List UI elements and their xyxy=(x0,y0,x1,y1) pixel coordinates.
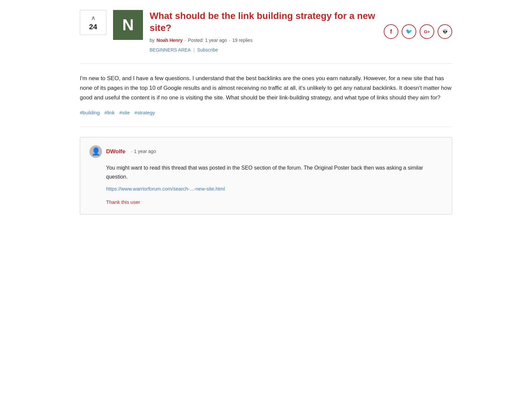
commenter-avatar-icon: 👤 xyxy=(91,146,100,157)
comment-section: 👤 DWolfe · 1 year ago You might want to … xyxy=(80,137,452,214)
author-link[interactable]: Noah Henry xyxy=(157,37,183,44)
twitter-icon[interactable]: 🐦 xyxy=(402,24,416,39)
social-icons: f 🐦 G+ 👽 xyxy=(384,24,452,39)
replies-count: 19 replies xyxy=(232,37,253,44)
post-title-area: What should be the link building strateg… xyxy=(150,10,377,54)
comment-header: 👤 DWolfe · 1 year ago xyxy=(89,145,443,158)
tag-site[interactable]: #site xyxy=(119,109,130,117)
reddit-icon-label: 👽 xyxy=(442,28,448,35)
author-avatar: N xyxy=(113,10,143,40)
post-title: What should be the link building strateg… xyxy=(150,10,377,34)
tags-area: #building#link#site#strategy xyxy=(80,109,452,117)
header-divider xyxy=(80,64,452,64)
comment-box: 👤 DWolfe · 1 year ago You might want to … xyxy=(80,137,452,214)
post-meta: by Noah Henry · Posted: 1 year ago · 19 … xyxy=(150,37,377,44)
comment-link[interactable]: https://www.warriorforum.com/search-...-… xyxy=(89,185,443,193)
subscribe-link[interactable]: Subscribe xyxy=(197,47,218,54)
googleplus-icon[interactable]: G+ xyxy=(420,24,434,39)
upvote-button[interactable]: ∧ xyxy=(91,14,95,23)
dot-separator-2: · xyxy=(229,37,230,44)
by-label: by xyxy=(150,37,155,44)
post-header: ∧ 24 N What should be the link building … xyxy=(80,10,452,54)
reddit-icon[interactable]: 👽 xyxy=(438,24,452,39)
vote-count: 24 xyxy=(89,23,97,31)
body-divider xyxy=(80,127,452,127)
tag-building[interactable]: #building xyxy=(80,109,100,117)
post-meta-links: BEGINNERS AREA | Subscribe xyxy=(150,47,377,54)
category-link[interactable]: BEGINNERS AREA xyxy=(150,47,191,54)
commenter-name[interactable]: DWolfe xyxy=(106,147,125,156)
pipe-separator: | xyxy=(194,47,195,54)
commenter-avatar: 👤 xyxy=(89,145,102,158)
facebook-icon[interactable]: f xyxy=(384,24,398,39)
thank-user-button[interactable]: Thank this user xyxy=(89,199,140,205)
post-body: I'm new to SEO, and I have a few questio… xyxy=(80,74,452,103)
comment-body: You might want to read this thread that … xyxy=(89,163,443,181)
comment-timestamp: · 1 year ago xyxy=(131,148,156,155)
facebook-icon-label: f xyxy=(390,27,392,36)
dot-separator-1: · xyxy=(185,37,186,44)
vote-box: ∧ 24 xyxy=(80,10,106,35)
twitter-icon-label: 🐦 xyxy=(406,28,412,36)
page-container: ∧ 24 N What should be the link building … xyxy=(66,0,466,224)
tag-link[interactable]: #link xyxy=(104,109,115,117)
posted-time: Posted: 1 year ago xyxy=(188,37,227,44)
googleplus-icon-label: G+ xyxy=(424,29,430,35)
tag-strategy[interactable]: #strategy xyxy=(135,109,155,117)
author-initial: N xyxy=(122,13,134,37)
